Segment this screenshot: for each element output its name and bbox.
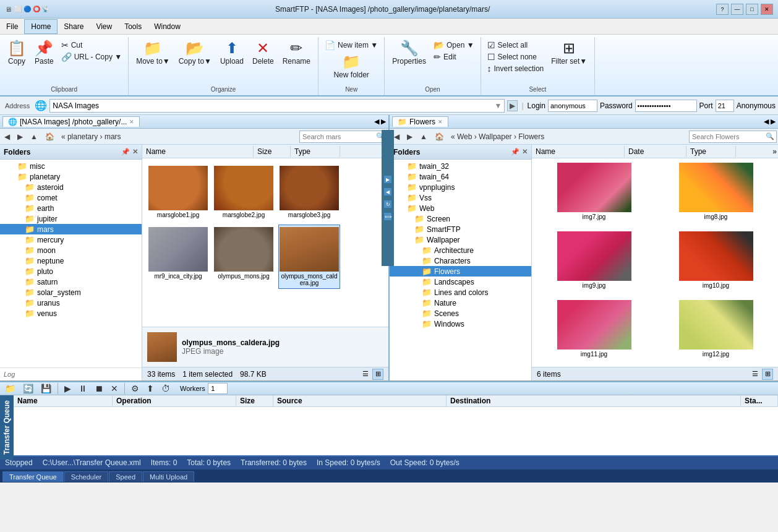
rfolder-nature[interactable]: 📁 Nature [390,298,531,308]
rcol-type[interactable]: Type [686,146,736,157]
close-folders-icon-right[interactable]: ✕ [522,148,528,156]
col-type[interactable]: Type [291,146,340,157]
tcol-source[interactable]: Source [273,395,447,406]
rfile-img8[interactable]: img8.jpg [656,161,776,227]
folder-uranus[interactable]: 📁 uranus [0,298,142,308]
transfer-left-button[interactable]: ◀ [383,187,392,196]
transfer-refresh-button[interactable]: 🔄 [20,382,36,395]
menu-tools[interactable]: Tools [118,20,148,33]
folder-misc[interactable]: 📁 misc [0,161,142,171]
workers-input[interactable] [208,383,228,394]
rfile-img10[interactable]: img10.jpg [656,230,776,296]
open-button[interactable]: 📂 Open ▼ [431,40,477,51]
folder-earth[interactable]: 📁 earth [0,203,142,213]
tcol-dest[interactable]: Destination [447,395,741,406]
rfolder-web[interactable]: 📁 Web [390,203,531,213]
grid-view-icon[interactable]: ⊞ [372,369,383,380]
file-olympus_mons[interactable]: olympus_mons.jpg [213,225,275,289]
right-search-input[interactable] [690,133,764,140]
right-list-view[interactable]: ☰ [750,369,761,380]
left-forward-button[interactable]: ▶ [14,131,26,142]
transfer-stop-button[interactable]: ⏹ [92,382,106,395]
file-olympus_caldera[interactable]: olympus_mons_caldera.jpg [278,225,340,289]
tab-transfer-queue[interactable]: Transfer Queue [2,471,64,482]
rfolder-windows[interactable]: 📁 Windows [390,319,531,329]
list-view-icon[interactable]: ☰ [360,369,371,380]
rfile-img11[interactable]: img11.jpg [534,298,654,364]
filter-set-button[interactable]: ⊞ Filter set▼ [547,40,591,67]
select-all-button[interactable]: ☑ Select all [485,40,547,51]
rename-button[interactable]: ✏ Rename [279,40,314,67]
left-tab-close[interactable]: ✕ [129,119,134,125]
folder-pluto[interactable]: 📁 pluto [0,266,142,277]
folder-venus[interactable]: 📁 venus [0,308,142,319]
close-button[interactable]: ✕ [761,4,773,15]
rfolder-twain32[interactable]: 📁 twain_32 [390,161,531,171]
transfer-play-button[interactable]: ▶ [62,382,74,395]
invert-selection-button[interactable]: ↕ Invert selection [485,63,547,74]
tab-multi-upload[interactable]: Multi Upload [143,471,194,482]
left-search-input[interactable] [300,133,374,140]
copy-to-button[interactable]: 📂 Copy to▼ [175,40,215,67]
rfolder-flowers[interactable]: 📁 Flowers [390,266,531,277]
rcol-date[interactable]: Date [625,146,686,157]
transfer-settings-button[interactable]: ⚙ [129,382,142,395]
tab-scheduler[interactable]: Scheduler [64,471,109,482]
folder-solar_system[interactable]: 📁 solar_system [0,287,142,298]
menu-view[interactable]: View [90,20,118,33]
file-marsglobe1[interactable]: marsglobe1.jpg [147,163,209,221]
rfolder-lines[interactable]: 📁 Lines and colors [390,287,531,298]
transfer-priority-button[interactable]: ⬆ [144,382,156,395]
move-to-button[interactable]: 📁 Move to▼ [132,40,174,67]
rfolder-chars[interactable]: 📁 Characters [390,255,531,266]
rfolder-twain64[interactable]: 📁 twain_64 [390,171,531,182]
tcol-status[interactable]: Sta... [741,395,778,406]
col-size[interactable]: Size [254,146,291,157]
right-up-button[interactable]: ▲ [417,131,430,142]
folder-asteroid[interactable]: 📁 asteroid [0,182,142,192]
copy-url-button[interactable]: 🔗 URL - Copy ▼ [59,51,124,62]
rfolder-screen[interactable]: 📁 Screen [390,213,531,224]
menu-window[interactable]: Window [148,20,187,33]
maximize-button[interactable]: □ [746,4,758,15]
paste-button[interactable]: 📌 Paste [31,40,58,67]
refresh-button[interactable]: ↻ [383,200,392,208]
properties-button[interactable]: 🔧 Properties [388,40,430,67]
file-marsglobe3[interactable]: marsglobe3.jpg [278,163,340,221]
left-back-button[interactable]: ◀ [1,131,13,142]
upload-button[interactable]: ⬆ Upload [216,40,247,67]
edit-button[interactable]: ✏ Edit [431,51,477,62]
tab-speed[interactable]: Speed [109,471,142,482]
tcol-op[interactable]: Operation [113,395,236,406]
rfolder-vpn[interactable]: 📁 vpnplugins [390,182,531,192]
rfolder-landscapes[interactable]: 📁 Landscapes [390,277,531,287]
rfolder-smartftp[interactable]: 📁 SmartFTP [390,224,531,234]
copy-button[interactable]: 📋 Copy [4,40,30,67]
file-marsglobe2[interactable]: marsglobe2.jpg [213,163,275,221]
folder-neptune[interactable]: 📁 neptune [0,255,142,266]
close-folders-icon[interactable]: ✕ [132,148,138,156]
transfer-cancel-button[interactable]: ✕ [108,382,121,395]
rfolder-scenes[interactable]: 📁 Scenes [390,308,531,319]
cut-button[interactable]: ✂ Cut [59,40,124,51]
menu-share[interactable]: Share [58,20,90,33]
folder-mars[interactable]: 📁 mars [0,224,142,234]
right-grid-view[interactable]: ⊞ [762,369,773,380]
sync-button[interactable]: ⟺ [383,212,392,221]
help-button[interactable]: ? [716,4,729,15]
port-input[interactable] [716,100,734,112]
rfile-img9[interactable]: img9.jpg [534,230,654,296]
transfer-save-button[interactable]: 💾 [38,382,54,395]
right-home-button[interactable]: 🏠 [432,131,447,142]
left-search-box[interactable]: 🔍 [299,131,387,143]
transfer-pause-button[interactable]: ⏸ [76,382,90,395]
rfolder-wallpaper[interactable]: 📁 Wallpaper [390,234,531,245]
folder-mercury[interactable]: 📁 mercury [0,234,142,245]
go-button[interactable]: ▶ [507,100,518,111]
right-tab-close[interactable]: ✕ [438,119,443,125]
select-none-button[interactable]: ☐ Select none [485,51,547,62]
site-selector[interactable]: NASA Images ▼ [49,99,505,113]
folder-jupiter[interactable]: 📁 jupiter [0,213,142,224]
new-item-button[interactable]: 📄 New item ▼ [322,40,380,51]
new-folder-button[interactable]: 📁 New folder [330,53,372,80]
